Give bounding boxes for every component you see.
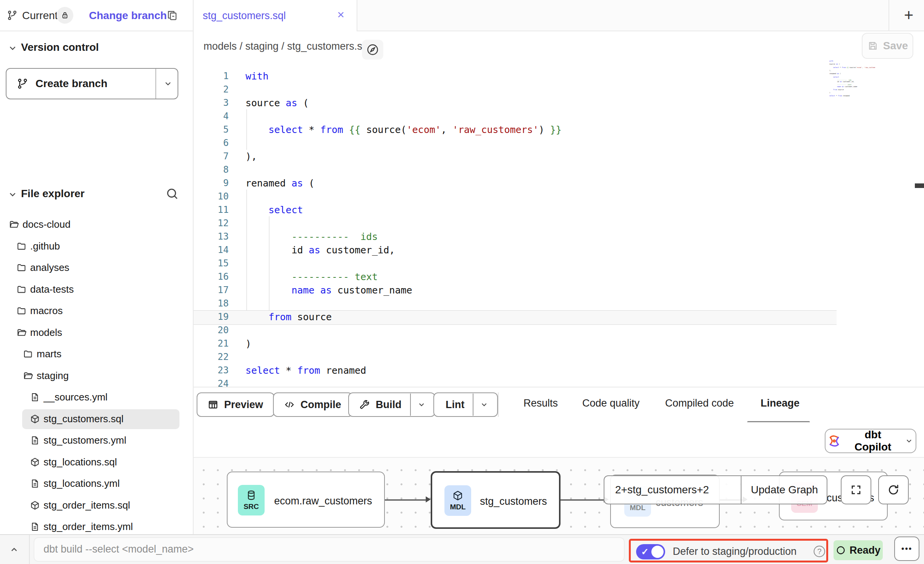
tab-stg-customers-sql[interactable]: stg_customers.sql × [193,0,357,31]
change-branch-link[interactable]: Change branch [89,10,167,22]
fullscreen-button[interactable] [841,475,871,504]
save-button[interactable]: Save [862,33,913,59]
build-button[interactable]: Build [348,392,435,417]
file-row-analyses[interactable]: analyses [0,257,193,279]
build-dropdown[interactable] [411,400,432,409]
file-row-stg_customers.yml[interactable]: stg_customers.yml [0,430,193,451]
status-bar: dbt build --select <model_name> ✓ Defer … [0,534,924,564]
copy-icon[interactable] [166,9,178,21]
file-row-stg_order_items.sql[interactable]: stg_order_items.sql [0,495,193,516]
preview-button[interactable]: Preview [197,392,275,417]
file-label: docs-cloud [23,219,71,230]
floppy-icon [867,40,879,52]
code-line-12: 12 [194,217,904,230]
lint-dropdown[interactable] [473,400,495,409]
overflow-menu-button[interactable]: ••• [894,536,919,561]
file-row-docs-cloud[interactable]: docs-cloud [0,214,193,235]
file-row-.github[interactable]: .github [0,236,193,257]
code-line-4: 4 [194,110,904,123]
file-row-__sources.yml[interactable]: __sources.yml [0,387,193,408]
help-icon[interactable]: ? [814,546,825,557]
update-graph-button[interactable]: Update Graph [741,476,827,504]
file-label: stg_customers.yml [44,434,126,446]
file-tree: docs-cloud.githubanalysesdata-testsmacro… [0,214,193,534]
code-icon [284,399,295,410]
file-row-staging[interactable]: staging [0,365,193,387]
code-line-18: 18 [194,297,904,310]
git-branch-icon [16,78,29,90]
defer-label: Defer to staging/production [673,546,796,558]
button-divider [155,69,156,99]
tab-lineage[interactable]: Lineage [761,397,800,409]
code-line-20: 20 [194,324,904,337]
lineage-canvas[interactable]: SRC ecom.raw_customers MDL stg_customers… [194,457,924,534]
ready-label: Ready [850,545,880,556]
doc-icon [30,435,40,446]
toggle-knob [651,546,664,558]
file-row-macros[interactable]: macros [0,300,193,322]
file-row-models[interactable]: models [0,322,193,344]
statusbar-divider [29,535,30,564]
file-label: models [30,327,62,339]
chevron-up-icon[interactable] [8,544,20,556]
code-line-11: 11 select [194,203,904,217]
code-line-24: 24 [194,377,904,387]
navigate-button[interactable] [362,40,383,60]
tab-code-quality[interactable]: Code quality [582,397,640,409]
create-branch-button[interactable]: Create branch [6,68,178,99]
chevron-down-icon [8,43,18,53]
toolbar-divider [498,392,499,417]
scrollbar-thumb[interactable] [915,183,924,188]
file-label: __sources.yml [44,391,108,403]
file-row-data-tests[interactable]: data-tests [0,279,193,300]
chevron-down-icon [905,437,913,445]
new-tab-button[interactable]: + [898,4,919,27]
lock-icon [60,11,69,20]
command-input[interactable]: dbt build --select <model_name> [34,537,625,562]
sidebar-divider [193,0,194,534]
lineage-selector-bar[interactable]: 2+stg_customers+2 Update Graph [604,475,827,504]
version-control-header[interactable]: Version control [0,39,193,56]
file-explorer-header[interactable]: File explorer [0,186,193,203]
lint-label: Lint [446,399,464,411]
code-line-9: 9renamed as ( [194,177,904,190]
file-row-marts[interactable]: marts [0,344,193,365]
fullscreen-icon [850,483,863,496]
folder-icon [23,349,33,359]
minimap-line: select * from {{ source('ecom', 'raw_cus… [829,67,875,68]
file-label: .github [30,240,60,252]
create-branch-dropdown[interactable] [159,69,177,99]
tab-results[interactable]: Results [523,397,558,409]
git-branch-icon [6,10,18,21]
folder-icon [16,284,27,295]
tab-compiled-code[interactable]: Compiled code [665,397,734,409]
action-toolbar: Preview Compile Build Lint Results Code … [193,387,924,423]
copilot-strip: dbt Copilot [193,422,924,457]
defer-toggle[interactable]: ✓ [636,544,665,559]
folder-open-icon [23,371,33,381]
refresh-button[interactable] [878,475,909,504]
lineage-node-stg-customers[interactable]: MDL stg_customers [431,471,561,529]
close-icon[interactable]: × [337,8,344,21]
compass-icon [366,43,380,57]
folder-icon [16,263,27,273]
circle-icon [836,545,846,555]
compile-button[interactable]: Compile [273,392,353,417]
dots-icon: ••• [901,544,912,554]
cube-icon [452,490,464,501]
edge-src-to-stg [385,499,427,501]
check-icon: ✓ [641,546,649,557]
selector-input[interactable]: 2+stg_customers+2 [615,484,709,496]
code-editor[interactable]: 1with23source as (45 select * from {{ so… [194,62,924,387]
file-row-stg_locations.yml[interactable]: stg_locations.yml [0,473,193,494]
search-icon[interactable] [165,186,180,202]
code-line-8: 8 [194,163,904,177]
dbt-copilot-button[interactable]: dbt Copilot [825,429,916,453]
file-row-stg_locations.sql[interactable]: stg_locations.sql [0,452,193,473]
file-row-stg_customers.sql[interactable]: stg_customers.sql [0,408,193,430]
editor-minimap[interactable]: with source as ( select * from {{ source… [829,60,875,99]
copilot-logo-icon [828,434,841,447]
lint-button[interactable]: Lint [433,392,498,417]
lineage-node-source[interactable]: SRC ecom.raw_customers [227,472,385,528]
file-label: analyses [30,262,69,274]
